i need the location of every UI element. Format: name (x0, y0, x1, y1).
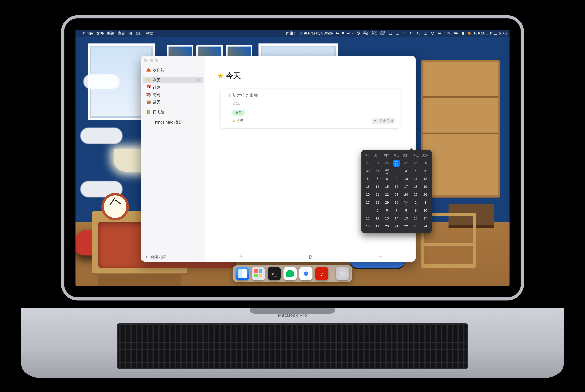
dock-trash[interactable] (336, 267, 349, 280)
cal-day[interactable]: 24 (373, 159, 382, 167)
cal-day[interactable]: 27 (363, 198, 373, 206)
window-traffic-lights[interactable] (144, 59, 158, 62)
todo-tag-chip[interactable]: 日常 (232, 110, 245, 116)
spotlight-icon[interactable] (416, 31, 421, 36)
sidebar-item-today[interactable]: ★ 今天 1 (143, 77, 203, 84)
cal-day[interactable]: 20 (363, 191, 373, 198)
cal-day[interactable]: 21 (373, 191, 382, 198)
cal-day[interactable]: 19 (373, 222, 382, 230)
sidebar-item-someday[interactable]: 📦 某天 (143, 99, 203, 106)
cal-day[interactable]: 27 (401, 159, 411, 167)
cal-day[interactable]: 12月1 (401, 198, 411, 206)
more-icon[interactable] (378, 254, 383, 260)
dock-wechat[interactable] (283, 267, 297, 280)
cal-day[interactable]: 22 (401, 222, 411, 230)
cal-day[interactable]: 24 (401, 191, 411, 198)
heart-icon[interactable]: ♡ (352, 31, 355, 35)
input-source-icon[interactable]: A (461, 31, 465, 36)
todo-editor-card[interactable]: 备注 日常 ★ 今天 (220, 88, 400, 128)
cal-day[interactable]: 22 (382, 191, 392, 198)
cal-day-today[interactable]: 10月26 (392, 159, 401, 167)
menu-view[interactable]: 查看 (118, 31, 125, 36)
cal-day[interactable]: 7 (373, 175, 382, 183)
power-icon[interactable]: ⏻ (357, 31, 360, 35)
cal-day[interactable]: 8 (401, 206, 411, 214)
checklist-icon[interactable] (365, 119, 369, 123)
trash-icon[interactable] (308, 254, 313, 260)
airplay-icon[interactable] (423, 31, 428, 36)
menubar-datetime[interactable]: 10月26日 周三 16:02 (473, 31, 507, 36)
cal-day[interactable]: 15 (382, 183, 392, 191)
cal-day[interactable]: 4 (363, 206, 373, 214)
cal-day[interactable]: 25 (411, 191, 421, 198)
media-next-icon[interactable]: ⏭ (347, 31, 350, 35)
dock-netease-music[interactable] (315, 267, 328, 280)
cal-day[interactable]: 23 (363, 159, 373, 167)
now-playing-track[interactable]: Gusti Prasetya/White (298, 31, 333, 36)
stat-ram[interactable]: RAM 70% (363, 31, 368, 36)
cal-day[interactable]: 30 (392, 198, 401, 206)
cal-day[interactable]: 11 (411, 175, 421, 183)
cal-day[interactable]: 12 (421, 175, 430, 183)
cal-day[interactable]: 7 (392, 206, 401, 214)
menuextra-text-icon[interactable] (409, 31, 414, 36)
todo-notes-input[interactable]: 备注 (232, 101, 395, 106)
media-prev-icon[interactable]: ⏮ (336, 31, 339, 35)
control-center-icon[interactable] (437, 31, 442, 36)
menu-item[interactable]: 项 (128, 31, 132, 36)
cal-day[interactable]: 19 (421, 183, 430, 191)
cal-day[interactable]: 24 (421, 222, 430, 230)
cal-day[interactable]: 9 (392, 175, 401, 183)
wifi-icon[interactable] (430, 31, 435, 36)
cal-day[interactable]: 14 (373, 183, 382, 191)
stat-ssd[interactable]: SSD 18% (380, 31, 385, 36)
cal-day[interactable]: 6 (363, 175, 373, 183)
menuextra-1-icon[interactable] (388, 31, 393, 36)
cal-day[interactable]: 10 (421, 206, 430, 214)
sidebar-item-logbook[interactable]: 📗 日志簿 (143, 109, 203, 116)
cal-day[interactable]: 3 (421, 198, 430, 206)
cal-day[interactable]: 8 (382, 175, 392, 183)
dock-finder[interactable] (236, 267, 249, 280)
cal-day[interactable]: 11 (363, 214, 373, 222)
menu-window[interactable]: 窗口 (135, 31, 143, 36)
app-menu[interactable]: Things (81, 31, 93, 36)
cal-day[interactable]: 20 (382, 222, 392, 230)
deadline-input[interactable]: ⚑ 截止日期 (372, 118, 395, 124)
todo-when-label[interactable]: 今天 (237, 119, 243, 123)
cal-day[interactable]: 4 (411, 167, 421, 175)
cal-day[interactable]: 12 (373, 214, 382, 222)
cal-day[interactable]: 5 (421, 167, 430, 175)
dock-launchpad[interactable] (252, 267, 265, 280)
dock-chrome[interactable] (299, 267, 312, 280)
new-list-button[interactable]: 新建列表 (150, 254, 166, 260)
sidebar-item-project-overview[interactable]: ○ Things Mac 概览 (143, 119, 203, 126)
cal-day[interactable]: 10 (401, 175, 411, 183)
cal-day[interactable]: 11月1 (382, 167, 392, 175)
cal-day[interactable]: 18 (363, 222, 373, 230)
dock-terminal[interactable] (268, 267, 281, 280)
cal-day[interactable]: 6 (382, 206, 392, 214)
move-icon[interactable] (237, 254, 243, 260)
battery-icon[interactable] (454, 31, 458, 36)
cal-day[interactable]: 3 (401, 167, 411, 175)
stat-cpu[interactable]: CPU 13% (372, 31, 377, 36)
todo-checkbox[interactable] (226, 94, 230, 97)
deadline-calendar-popover[interactable]: 周日 周一 周二 周三 周四 周五 周六 (361, 150, 432, 233)
cal-day[interactable]: 17 (401, 183, 411, 191)
cal-day[interactable]: 28 (373, 198, 382, 206)
cal-day[interactable]: 25 (382, 159, 392, 167)
cal-day[interactable]: 29 (421, 159, 430, 167)
sidebar-settings-icon[interactable] (198, 255, 202, 259)
menu-file[interactable]: 文件 (96, 31, 104, 36)
cal-day[interactable]: 16 (411, 214, 421, 222)
cal-day[interactable]: 14 (392, 214, 401, 222)
sidebar-item-inbox[interactable]: 📥 收件箱 (143, 67, 203, 73)
cal-day[interactable]: 23 (392, 191, 401, 198)
cal-day[interactable]: 29 (382, 198, 392, 206)
cal-day[interactable]: 2 (411, 198, 421, 206)
menuextra-screenshot-icon[interactable] (395, 31, 400, 36)
sidebar-item-anytime[interactable]: 📚 随时 (143, 91, 203, 98)
cal-day[interactable]: 23 (411, 222, 421, 230)
cal-day[interactable]: 2 (392, 167, 401, 175)
